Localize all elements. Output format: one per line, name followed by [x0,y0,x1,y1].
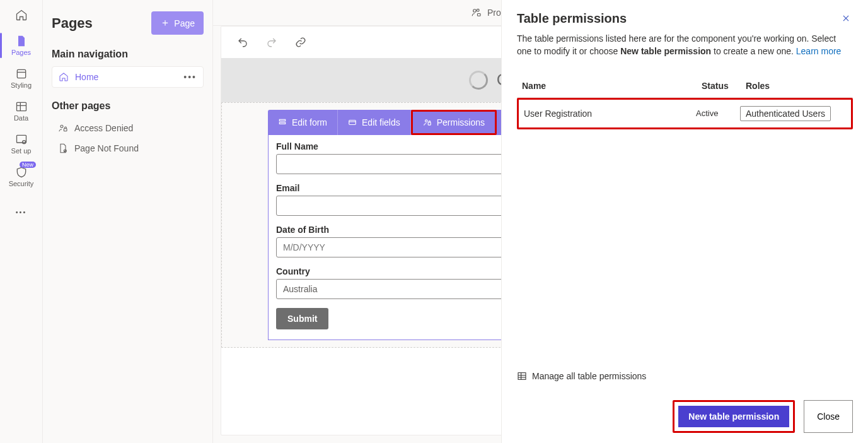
nav-item-more-icon[interactable]: ••• [183,72,197,82]
rail-security[interactable]: New Security [0,160,42,193]
rail-setup[interactable]: Set up [0,127,42,160]
svg-rect-9 [477,13,480,16]
fields-icon [348,118,357,127]
submit-button[interactable]: Submit [276,308,328,329]
home-nav-button[interactable] [0,5,42,25]
page-icon [15,35,28,47]
rail-setup-label: Set up [11,147,32,155]
left-rail: Pages Styling Data Set up New Security •… [0,0,43,443]
row-name: User Registration [523,109,696,119]
close-icon [842,14,850,23]
svg-rect-2 [16,135,26,143]
company-logo-icon [469,71,488,90]
page-error-icon [58,143,68,153]
panel-title: Table permissions [517,11,627,26]
nav-access-denied-label: Access Denied [74,123,133,133]
people-lock-icon [471,7,482,18]
add-page-label: Page [174,18,195,28]
other-pages-heading: Other pages [52,100,204,112]
undo-button[interactable] [234,33,252,51]
svg-rect-14 [428,122,431,125]
edit-form-button[interactable]: Edit form [268,110,338,135]
redo-button[interactable] [263,33,281,51]
panel-description: The table permissions listed here are fo… [517,32,853,58]
form-icon [278,118,287,127]
rail-styling[interactable]: Styling [0,62,42,95]
table-permissions-panel: Table permissions The table permissions … [501,0,868,443]
link-button[interactable] [292,33,310,51]
submit-label: Submit [287,314,317,324]
desc-bold: New table permission [620,46,711,56]
permissions-icon [423,118,432,127]
rail-data-label: Data [14,114,28,122]
rail-data[interactable]: Data [0,95,42,127]
row-roles: Authenticated Users [740,106,831,121]
svg-point-3 [22,141,25,144]
svg-rect-15 [518,373,526,380]
col-roles-header: Roles [746,81,853,91]
add-page-button[interactable]: ＋ Page [151,11,204,35]
more-icon: ••• [16,208,27,216]
close-panel-button[interactable] [839,11,853,28]
home-icon [15,9,28,21]
nav-item-page-not-found[interactable]: Page Not Found [52,138,204,158]
svg-rect-12 [349,120,356,124]
svg-rect-0 [17,69,25,78]
styling-icon [15,68,28,80]
table-icon [517,371,527,381]
rail-more[interactable]: ••• [0,196,42,228]
main-nav-heading: Main navigation [52,49,204,60]
new-permission-label: New table permission [688,411,779,422]
svg-point-7 [473,9,477,13]
desc-post: to create a new one. [711,46,796,56]
svg-rect-1 [16,102,26,110]
person-lock-icon [58,123,68,133]
svg-point-13 [425,120,427,122]
rail-security-label: Security [9,180,34,187]
redo-icon [266,37,277,48]
setup-icon [15,133,28,146]
rail-pages[interactable]: Pages [0,29,42,62]
new-table-permission-button[interactable]: New table permission [678,406,789,427]
svg-rect-10 [279,119,285,121]
learn-more-link[interactable]: Learn more [796,46,842,56]
svg-rect-11 [279,122,285,124]
link-icon [295,37,306,48]
undo-icon [237,37,248,48]
pages-panel: Pages ＋ Page Main navigation Home ••• Ot… [43,0,213,443]
shield-icon [15,166,28,179]
nav-item-access-denied[interactable]: Access Denied [52,118,204,138]
edit-fields-label: Edit fields [362,117,400,127]
svg-point-4 [61,125,63,127]
close-button[interactable]: Close [804,400,853,433]
rail-pages-label: Pages [11,49,31,56]
row-status: Active [696,109,740,118]
close-label: Close [817,411,840,422]
new-badge: New [20,162,36,168]
col-name-header: Name [517,81,702,91]
plus-icon: ＋ [160,16,170,30]
svg-point-8 [477,9,479,11]
data-icon [15,100,28,113]
pages-title: Pages [52,15,93,32]
svg-rect-5 [64,129,67,131]
nav-item-home[interactable]: Home ••• [52,66,204,88]
rail-styling-label: Styling [11,81,32,89]
permissions-button[interactable]: Permissions [411,110,497,135]
manage-all-link[interactable]: Manage all table permissions [517,371,853,381]
edit-form-label: Edit form [292,117,327,127]
main-canvas-area: Production - Private - Saved Company nam… [213,0,868,443]
nav-pnf-label: Page Not Found [74,143,139,153]
manage-all-label: Manage all table permissions [532,371,646,381]
table-header: Name Status Roles [517,74,853,98]
col-status-header: Status [702,81,746,91]
permissions-label: Permissions [437,117,485,127]
permission-row-user-registration[interactable]: User Registration Active Authenticated U… [517,98,853,129]
nav-home-label: Home [75,72,98,82]
home-icon [59,72,69,82]
edit-fields-button[interactable]: Edit fields [338,110,411,135]
